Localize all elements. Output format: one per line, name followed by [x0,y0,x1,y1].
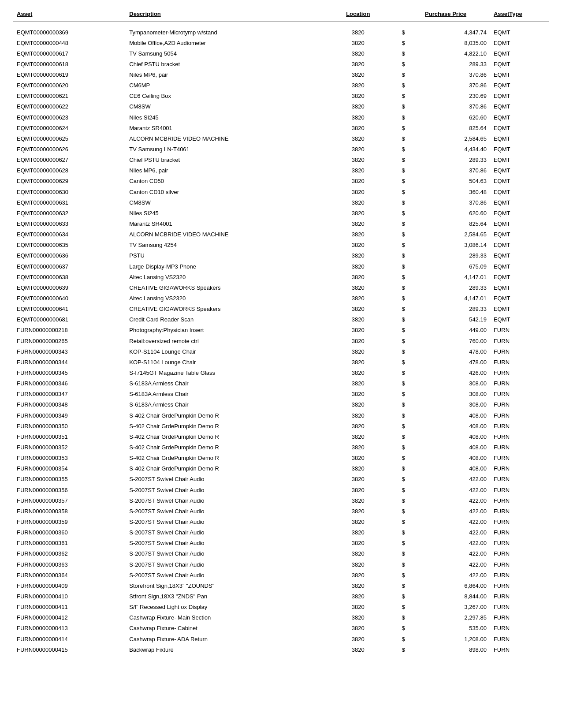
cell-location: 3820 [329,27,387,38]
cell-asset: FURN00000000351 [13,432,126,442]
cell-asset: EQMT00000000629 [13,176,126,187]
header-asset-type: AssetType [490,9,549,22]
cell-location: 3820 [329,250,387,261]
cell-price: 422.00 [406,474,490,485]
cell-price: 8,844.00 [406,591,490,602]
table-row: FURN00000000409Storefront Sign,18X3" "ZO… [13,581,549,591]
table-row: EQMT00000000626TV Samsung LN-T40613820$4… [13,144,549,155]
cell-asset: EQMT00000000623 [13,112,126,123]
table-row: FURN00000000353S-402 Chair GrdePumpkin D… [13,453,549,463]
cell-asset: EQMT00000000622 [13,101,126,112]
cell-price: 1,208.00 [406,634,490,645]
cell-description: S-6183A Armless Chair [126,378,329,389]
cell-location: 3820 [329,49,387,59]
cell-location: 3820 [329,293,387,304]
cell-dollar-sign: $ [387,187,406,198]
cell-asset-type: FURN [490,506,549,517]
cell-price: 6,864.00 [406,581,490,591]
cell-asset: EQMT00000000624 [13,123,126,134]
cell-location: 3820 [329,421,387,432]
table-row: EQMT00000000636PSTU3820$289.33EQMT [13,250,549,261]
cell-location: 3820 [329,570,387,581]
asset-table: Asset Description Location Purchase Pric… [13,9,549,655]
cell-description: Niles SI245 [126,208,329,219]
cell-description: Chief PSTU bracket [126,59,329,70]
cell-asset: FURN00000000348 [13,399,126,410]
cell-price: 620.60 [406,208,490,219]
table-row: FURN00000000349S-402 Chair GrdePumpkin D… [13,411,549,421]
table-row: FURN00000000343KOP-S1104 Lounge Chair382… [13,347,549,357]
cell-price: 675.09 [406,261,490,272]
cell-asset-type: FURN [490,602,549,612]
cell-asset-type: EQMT [490,49,549,59]
table-row: FURN00000000355S-2007ST Swivel Chair Aud… [13,474,549,485]
table-row: FURN00000000344KOP-S1104 Lounge Chair382… [13,357,549,368]
cell-description: Canton CD10 silver [126,187,329,198]
table-row: EQMT00000000639CREATIVE GIGAWORKS Speake… [13,283,549,293]
cell-asset: FURN00000000354 [13,463,126,474]
cell-dollar-sign: $ [387,549,406,559]
cell-description: S-2007ST Swivel Chair Audio [126,549,329,559]
cell-price: 4,434.40 [406,144,490,155]
table-row: FURN00000000412Cashwrap Fixture- Main Se… [13,612,549,623]
cell-location: 3820 [329,59,387,70]
cell-price: 4,347.74 [406,27,490,38]
cell-description: Retail:oversized remote ctrl [126,336,329,347]
cell-location: 3820 [329,538,387,549]
cell-location: 3820 [329,283,387,293]
cell-asset: EQMT00000000628 [13,165,126,176]
cell-dollar-sign: $ [387,59,406,70]
table-row: EQMT00000000633Marantz SR40013820$825.64… [13,219,549,229]
cell-description: S-2007ST Swivel Chair Audio [126,496,329,506]
table-row: FURN00000000352S-402 Chair GrdePumpkin D… [13,442,549,453]
cell-price: 535.00 [406,623,490,634]
cell-location: 3820 [329,304,387,314]
cell-dollar-sign: $ [387,357,406,368]
table-row: FURN00000000351S-402 Chair GrdePumpkin D… [13,432,549,442]
cell-dollar-sign: $ [387,314,406,325]
cell-location: 3820 [329,347,387,357]
cell-asset-type: EQMT [490,70,549,80]
cell-price: 426.00 [406,368,490,378]
cell-dollar-sign: $ [387,144,406,155]
cell-price: 370.86 [406,165,490,176]
table-row: EQMT00000000681Credit Card Reader Scan38… [13,314,549,325]
cell-location: 3820 [329,602,387,612]
table-row: EQMT00000000624Marantz SR40013820$825.64… [13,123,549,134]
cell-dollar-sign: $ [387,27,406,38]
cell-location: 3820 [329,91,387,101]
cell-dollar-sign: $ [387,134,406,144]
cell-asset: FURN00000000415 [13,645,126,655]
cell-description: S-2007ST Swivel Chair Audio [126,538,329,549]
cell-dollar-sign: $ [387,389,406,399]
cell-location: 3820 [329,314,387,325]
cell-dollar-sign: $ [387,91,406,101]
cell-price: 478.00 [406,357,490,368]
table-row: FURN00000000358S-2007ST Swivel Chair Aud… [13,506,549,517]
cell-price: 422.00 [406,570,490,581]
cell-asset: FURN00000000349 [13,411,126,421]
table-row: EQMT00000000635TV Samsung 42543820$3,086… [13,240,549,250]
cell-description: CM8SW [126,198,329,208]
cell-asset-type: EQMT [490,176,549,187]
cell-location: 3820 [329,591,387,602]
cell-asset: FURN00000000361 [13,538,126,549]
cell-dollar-sign: $ [387,208,406,219]
cell-asset-type: FURN [490,581,549,591]
table-row: EQMT00000000637Large Display-MP3 Phone38… [13,261,549,272]
cell-asset: EQMT00000000626 [13,144,126,155]
table-row: FURN00000000347S-6183A Armless Chair3820… [13,389,549,399]
cell-asset: EQMT00000000620 [13,80,126,91]
cell-dollar-sign: $ [387,517,406,527]
table-row: EQMT00000000619Niles MP6, pair3820$370.8… [13,70,549,80]
table-row: EQMT00000000617TV Samsung 50543820$4,822… [13,49,549,59]
cell-dollar-sign: $ [387,634,406,645]
cell-asset: FURN00000000364 [13,570,126,581]
cell-price: 422.00 [406,496,490,506]
cell-description: PSTU [126,250,329,261]
cell-description: Canton CD50 [126,176,329,187]
cell-price: 478.00 [406,347,490,357]
cell-price: 422.00 [406,517,490,527]
table-row: FURN00000000346S-6183A Armless Chair3820… [13,378,549,389]
table-row: FURN00000000345S-I7145GT Magazine Table … [13,368,549,378]
